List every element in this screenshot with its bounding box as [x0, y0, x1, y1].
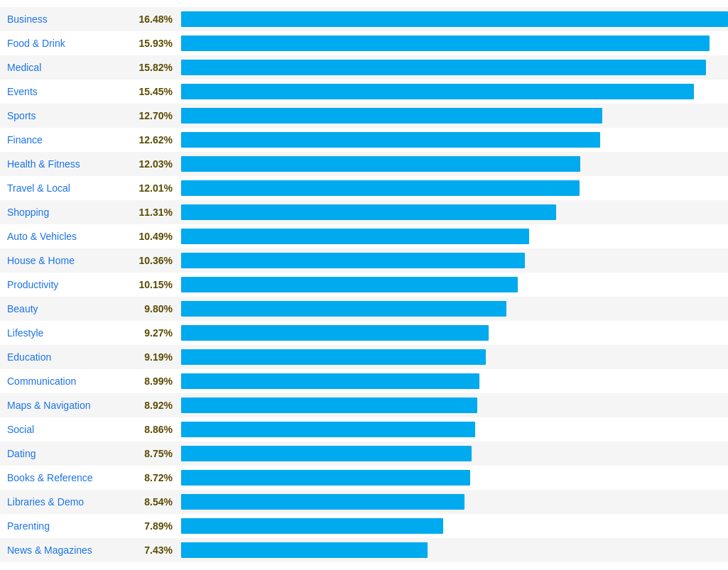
- bar-wrapper: [181, 494, 728, 510]
- table-row: Food & Drink 15.93%: [0, 31, 728, 55]
- category-label: Maps & Navigation: [0, 400, 138, 411]
- category-label: Social: [0, 424, 138, 435]
- percentage-value: 9.80%: [138, 303, 181, 314]
- bar-fill: [181, 301, 506, 317]
- category-label: Food & Drink: [0, 38, 138, 49]
- bar-wrapper: [181, 11, 728, 27]
- bar-fill: [181, 108, 602, 124]
- bar-wrapper: [181, 470, 728, 486]
- bar-chart: Business 16.48% Food & Drink 15.93% Medi…: [0, 0, 728, 569]
- bar-wrapper: [181, 325, 728, 341]
- category-label: Lifestyle: [0, 327, 138, 339]
- category-label: Travel & Local: [0, 182, 138, 194]
- bar-fill: [181, 422, 475, 437]
- percentage-value: 12.01%: [138, 182, 181, 194]
- bar-wrapper: [181, 542, 728, 558]
- bar-fill: [181, 156, 580, 172]
- percentage-value: 12.62%: [138, 134, 181, 146]
- category-label: Auto & Vehicles: [0, 231, 138, 242]
- bar-wrapper: [181, 422, 728, 437]
- percentage-value: 10.36%: [138, 255, 181, 266]
- bar-wrapper: [181, 132, 728, 148]
- bar-fill: [181, 204, 556, 220]
- category-label: Dating: [0, 448, 138, 459]
- bar-fill: [181, 325, 489, 341]
- bar-fill: [181, 518, 443, 534]
- category-label: Business: [0, 13, 138, 25]
- category-label: Finance: [0, 134, 138, 146]
- percentage-value: 8.72%: [138, 472, 181, 483]
- bar-fill: [181, 180, 580, 196]
- bar-wrapper: [181, 518, 728, 534]
- table-row: Social 8.86%: [0, 417, 728, 442]
- table-row: Books & Reference 8.72%: [0, 466, 728, 490]
- table-row: Beauty 9.80%: [0, 297, 728, 321]
- bar-fill: [181, 132, 600, 148]
- bar-wrapper: [181, 349, 728, 365]
- bar-wrapper: [181, 446, 728, 461]
- bar-wrapper: [181, 301, 728, 317]
- table-row: Communication 8.99%: [0, 369, 728, 393]
- category-label: Communication: [0, 376, 138, 387]
- bar-fill: [181, 349, 486, 365]
- category-label: Sports: [0, 110, 138, 121]
- category-label: Parenting: [0, 520, 138, 532]
- category-label: Books & Reference: [0, 472, 138, 483]
- table-row: Travel & Local 12.01%: [0, 176, 728, 200]
- table-row: Libraries & Demo 8.54%: [0, 490, 728, 514]
- bar-fill: [181, 11, 728, 27]
- bar-fill: [181, 253, 525, 268]
- table-row: Business 16.48%: [0, 7, 728, 31]
- category-label: Health & Fitness: [0, 158, 138, 170]
- bar-fill: [181, 542, 428, 558]
- category-label: Beauty: [0, 303, 138, 314]
- bar-wrapper: [181, 253, 728, 268]
- table-row: Auto & Vehicles 10.49%: [0, 224, 728, 248]
- table-row: Productivity 10.15%: [0, 273, 728, 297]
- percentage-value: 15.45%: [138, 86, 181, 97]
- table-row: Dating 8.75%: [0, 442, 728, 466]
- percentage-value: 15.82%: [138, 62, 181, 73]
- percentage-value: 8.75%: [138, 448, 181, 459]
- category-label: Events: [0, 86, 138, 97]
- percentage-value: 9.27%: [138, 327, 181, 339]
- table-row: Health & Fitness 12.03%: [0, 152, 728, 176]
- percentage-value: 12.70%: [138, 110, 181, 121]
- bar-wrapper: [181, 108, 728, 124]
- bar-fill: [181, 470, 470, 486]
- table-row: Shopping 11.31%: [0, 200, 728, 224]
- category-label: House & Home: [0, 255, 138, 266]
- table-row: Lifestyle 9.27%: [0, 321, 728, 345]
- percentage-value: 8.92%: [138, 400, 181, 411]
- category-label: Shopping: [0, 207, 138, 218]
- bar-fill: [181, 494, 464, 510]
- table-row: Maps & Navigation 8.92%: [0, 393, 728, 417]
- bar-fill: [181, 277, 518, 292]
- percentage-value: 11.31%: [138, 207, 181, 218]
- category-label: News & Magazines: [0, 544, 138, 556]
- bar-fill: [181, 84, 694, 99]
- category-label: Productivity: [0, 279, 138, 290]
- percentage-value: 10.49%: [138, 231, 181, 242]
- bar-wrapper: [181, 156, 728, 172]
- table-row: Education 9.19%: [0, 345, 728, 369]
- bar-wrapper: [181, 373, 728, 389]
- table-row: Medical 15.82%: [0, 55, 728, 80]
- bar-wrapper: [181, 35, 728, 51]
- percentage-value: 7.43%: [138, 544, 181, 556]
- percentage-value: 12.03%: [138, 158, 181, 170]
- bar-wrapper: [181, 204, 728, 220]
- category-label: Medical: [0, 62, 138, 73]
- percentage-value: 8.54%: [138, 496, 181, 508]
- percentage-value: 15.93%: [138, 38, 181, 49]
- bar-wrapper: [181, 277, 728, 292]
- bar-fill: [181, 373, 479, 389]
- bar-wrapper: [181, 229, 728, 244]
- table-row: Finance 12.62%: [0, 128, 728, 152]
- bar-wrapper: [181, 180, 728, 196]
- bar-wrapper: [181, 84, 728, 99]
- bar-fill: [181, 398, 477, 413]
- table-row: House & Home 10.36%: [0, 248, 728, 273]
- table-row: Sports 12.70%: [0, 104, 728, 128]
- percentage-value: 10.15%: [138, 279, 181, 290]
